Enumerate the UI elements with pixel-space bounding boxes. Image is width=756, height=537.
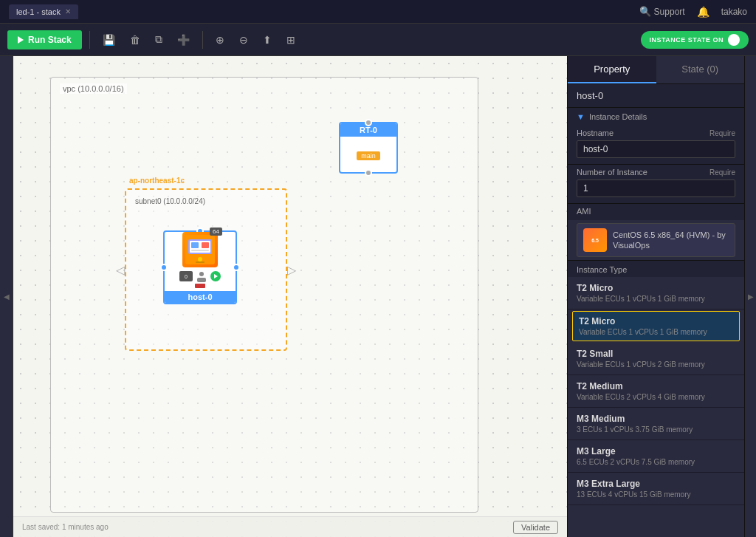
host-connector-left[interactable] <box>160 264 168 271</box>
num-instance-required: Require <box>709 168 735 177</box>
host-badge: 64 <box>210 228 222 236</box>
zoom-in-button[interactable]: ⊕ <box>210 30 230 49</box>
instance-type-desc: 6.5 ECUs 2 vCPUs 7.5 GiB memory <box>577 458 735 466</box>
svg-rect-9 <box>197 278 206 282</box>
host-connector-right[interactable] <box>233 264 240 271</box>
svg-point-6 <box>198 257 202 261</box>
instance-type-label: Instance Type <box>577 265 627 274</box>
instance-toggle-label: INSTANCE STATE ON <box>650 36 724 44</box>
instance-type-item[interactable]: M3 Medium 3 ECUs 1 vCPUs 3.75 GiB memory <box>568 408 744 440</box>
instance-type-item[interactable]: M3 Extra Large 13 ECUs 4 vCPUs 15 GiB me… <box>568 473 744 505</box>
instance-type-desc: Variable ECUs 1 vCPUs 2 GiB memory <box>577 360 735 369</box>
instance-type-desc: 13 ECUs 4 vCPUs 15 GiB memory <box>577 490 735 499</box>
instance-type-name: M3 Medium <box>577 414 735 424</box>
left-sidebar-collapse[interactable]: ◀ <box>0 56 13 537</box>
expand-icon: ▼ <box>577 112 585 121</box>
grid-button[interactable]: ⊞ <box>281 30 300 49</box>
subnet-right-arrow: ▷ <box>287 263 296 277</box>
vpc-label: vpc (10.0.0.0/16) <box>60 83 127 94</box>
ami-selector[interactable]: 6.5 CentOS 6.5 x86_64 (HVM) - by VisualO… <box>577 223 735 257</box>
toolbar: Run Stack 💾 🗑 ⧉ ➕ ⊕ ⊖ ⬆ ⊞ INSTANCE STATE… <box>0 24 756 56</box>
right-panel: Property State (0) host-0 ▼ Instance Det… <box>567 56 744 537</box>
instance-type-item[interactable]: T2 Micro Variable ECUs 1 vCPUs 1 GiB mem… <box>568 277 744 309</box>
run-stack-button[interactable]: Run Stack <box>7 30 82 49</box>
chevron-right-icon: ▶ <box>748 293 754 301</box>
notification-icon[interactable]: 🔔 <box>697 6 709 18</box>
right-panel-collapse[interactable]: ▶ <box>744 56 756 537</box>
subnet-label: subnet0 (10.0.0.0/24) <box>135 197 205 205</box>
zoom-out-button[interactable]: ⊖ <box>234 30 253 49</box>
ami-name: CentOS 6.5 x86_64 (HVM) - by VisualOps <box>613 230 729 251</box>
save-button[interactable]: 💾 <box>97 30 120 49</box>
hostname-field: Hostname Require <box>568 126 744 164</box>
instance-type-desc: Variable ECUs 2 vCPUs 4 GiB memory <box>577 393 735 401</box>
main-layout: ◀ vpc (10.0.0.0/16) ap-northeast-1c subn… <box>0 56 756 537</box>
host-icon: 64 <box>182 232 218 267</box>
vpc-container: vpc (10.0.0.0/16) ap-northeast-1c subnet… <box>50 77 478 513</box>
instance-type-name: T2 Micro <box>579 316 733 326</box>
subnet-left-arrow: ◁ <box>116 263 125 277</box>
svg-point-8 <box>199 272 204 276</box>
instance-type-item[interactable]: T2 Small Variable ECUs 1 vCPUs 2 GiB mem… <box>568 343 744 375</box>
tab-property[interactable]: Property <box>568 56 656 83</box>
instance-type-name: T2 Small <box>577 349 735 359</box>
user-label: takako <box>721 7 747 17</box>
topbar-right: 🔍 Support 🔔 takako <box>639 6 747 18</box>
svg-rect-3 <box>191 242 199 248</box>
add-button[interactable]: ➕ <box>172 30 195 49</box>
ami-field: AMI <box>568 204 744 220</box>
last-saved-label: Last saved: 1 minutes ago <box>22 523 109 531</box>
rt-connector-bottom[interactable] <box>365 169 372 177</box>
canvas-area[interactable]: vpc (10.0.0.0/16) ap-northeast-1c subnet… <box>13 56 567 537</box>
subnet-container[interactable]: ap-northeast-1c subnet0 (10.0.0.0/24) <box>125 188 287 351</box>
instance-type-item[interactable]: T2 Medium Variable ECUs 2 vCPUs 4 GiB me… <box>568 375 744 408</box>
validate-button[interactable]: Validate <box>513 521 558 534</box>
instance-type-name: T2 Micro <box>577 283 735 293</box>
instance-details-label: Instance Details <box>589 112 647 121</box>
svg-rect-5 <box>191 250 209 251</box>
instance-type-name: M3 Extra Large <box>577 479 735 489</box>
play-icon <box>18 36 24 44</box>
topbar: led-1 - stack ✕ 🔍 Support 🔔 takako <box>0 0 756 24</box>
hostname-input[interactable] <box>577 140 735 158</box>
instance-type-desc: 3 ECUs 1 vCPUs 3.75 GiB memory <box>577 425 735 434</box>
topbar-left: led-1 - stack ✕ <box>9 4 78 19</box>
num-instance-label: Number of Instance <box>577 168 647 177</box>
close-icon[interactable]: ✕ <box>65 7 71 16</box>
delete-button[interactable]: 🗑 <box>125 30 145 49</box>
instance-type-list[interactable]: T2 Micro Variable ECUs 1 vCPUs 1 GiB mem… <box>568 277 744 537</box>
rt-node[interactable]: RT-0 main <box>339 122 398 174</box>
panel-host-title: host-0 <box>568 84 744 108</box>
stack-tab[interactable]: led-1 - stack ✕ <box>9 4 78 19</box>
canvas-bottom-bar: Last saved: 1 minutes ago Validate <box>13 516 567 537</box>
support-icon: 🔍 <box>639 6 651 17</box>
toolbar-separator-2 <box>202 31 203 49</box>
toolbar-separator <box>89 31 90 49</box>
support-link[interactable]: 🔍 Support <box>639 6 685 17</box>
toggle-circle <box>728 34 740 46</box>
connection-lines <box>51 78 272 188</box>
instance-type-header: Instance Type <box>568 261 744 277</box>
instance-details-header[interactable]: ▼ Instance Details <box>568 108 744 126</box>
svg-rect-7 <box>196 261 205 263</box>
rt-connector-top[interactable] <box>365 119 372 126</box>
instance-state-toggle[interactable]: INSTANCE STATE ON <box>641 31 749 49</box>
ami-icon: 6.5 <box>583 228 607 252</box>
copy-button[interactable]: ⧉ <box>150 30 168 49</box>
host-icon-svg <box>185 235 215 264</box>
tab-state[interactable]: State (0) <box>656 56 745 83</box>
instance-type-item[interactable]: T2 Micro Variable ECUs 1 vCPUs 1 GiB mem… <box>572 311 740 341</box>
num-instance-input[interactable] <box>577 179 735 197</box>
instance-type-desc: Variable ECUs 1 vCPUs 1 GiB memory <box>577 295 735 303</box>
hostname-required: Require <box>709 129 735 137</box>
instance-type-item[interactable]: M3 Large 6.5 ECUs 2 vCPUs 7.5 GiB memory <box>568 440 744 473</box>
stack-tab-label: led-1 - stack <box>16 7 61 16</box>
instance-type-name: T2 Medium <box>577 381 735 391</box>
instance-type-name: M3 Large <box>577 446 735 456</box>
svg-rect-4 <box>202 242 209 248</box>
rt-badge: main <box>357 151 380 160</box>
person-icon <box>196 270 207 282</box>
host-node[interactable]: 64 0 host-0 <box>163 230 237 304</box>
instance-type-desc: Variable ECUs 1 vCPUs 1 GiB memory <box>579 328 733 336</box>
export-button[interactable]: ⬆ <box>258 30 277 49</box>
